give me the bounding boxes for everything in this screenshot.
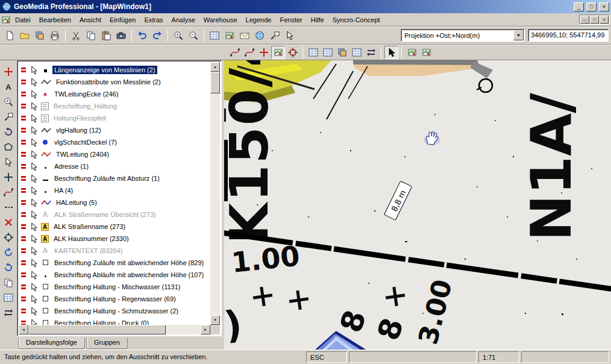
place-leader-tool-button[interactable] xyxy=(1,110,16,124)
place-measure-point-button[interactable] xyxy=(257,46,271,59)
select-button[interactable] xyxy=(384,46,398,59)
chevron-down-icon[interactable] xyxy=(513,30,524,40)
copy-button[interactable] xyxy=(84,28,98,43)
legend-item[interactable]: Beschriftung Abläufe mit abweichender Hö… xyxy=(19,269,210,281)
dash-style-tool-button[interactable] xyxy=(1,201,16,214)
scroll-up-icon[interactable] xyxy=(210,62,220,72)
menu-item-einfuegen[interactable]: Einfügen xyxy=(105,14,140,25)
rotate-ccw-tool-button[interactable] xyxy=(1,261,16,274)
attribute-table-button[interactable] xyxy=(306,46,320,59)
mdi-close-button[interactable]: × xyxy=(600,16,609,24)
window-layers-button[interactable] xyxy=(335,46,349,59)
select-feature-tool-button[interactable] xyxy=(1,155,16,169)
measure-polyline-button[interactable] xyxy=(242,46,256,59)
rotate-cw-tool-button[interactable] xyxy=(1,246,16,259)
mapwindow-system-icon[interactable] xyxy=(1,15,11,25)
snap-cross-tool-button[interactable] xyxy=(1,171,16,184)
close-button[interactable]: × xyxy=(599,2,609,11)
recenter-tool-button[interactable] xyxy=(1,231,16,244)
dimension-curve-tool-button[interactable] xyxy=(1,186,16,199)
menu-item-datei[interactable]: Datei xyxy=(11,14,35,25)
legend-item[interactable]: Beschriftung_Haltung xyxy=(19,100,210,112)
copy-map-image-button[interactable] xyxy=(114,28,128,43)
undo-button[interactable] xyxy=(135,28,149,43)
legend-item[interactable]: HA (4) xyxy=(19,184,210,196)
menu-item-syncro-concept[interactable]: Syncro-Concept xyxy=(328,14,384,25)
select-tool-button[interactable] xyxy=(283,28,297,43)
measurement-target-button[interactable] xyxy=(286,46,299,59)
scroll-down-icon[interactable] xyxy=(210,315,220,325)
swap-link-button[interactable] xyxy=(364,46,378,59)
redo-button[interactable] xyxy=(150,28,164,43)
digitize-area-tool-button[interactable] xyxy=(1,140,16,154)
legend-item[interactable]: KARTENTEXT (83264) xyxy=(19,245,210,257)
delete-feature-tool-button[interactable] xyxy=(1,216,16,229)
legend-item[interactable]: TWLeitungEcke (246) xyxy=(19,88,210,100)
mdi-minimize-button[interactable]: — xyxy=(580,16,589,24)
tab-gruppen[interactable]: Gruppen xyxy=(86,337,128,349)
legend-item[interactable]: Beschriftung Haltung - Druck (0) xyxy=(19,317,210,325)
legend-item[interactable]: ALK Straßenname (273) xyxy=(19,221,210,233)
scrollbar-thumb[interactable] xyxy=(210,72,220,93)
paste-button[interactable] xyxy=(99,28,113,43)
grid-edit-tool-button[interactable] xyxy=(1,291,16,304)
legend-item[interactable]: TWLeitung (2404) xyxy=(19,148,210,160)
legend-item[interactable]: ALK Hausnummer (2330) xyxy=(19,233,210,245)
legend-item[interactable]: Beschriftung Zuläufe mit Absturz (1) xyxy=(19,172,210,184)
minimize-button[interactable]: _ xyxy=(574,2,584,11)
new-geoworkspace-button[interactable] xyxy=(2,28,17,43)
legend-item[interactable]: HALeitung (5) xyxy=(19,196,210,209)
legend-item[interactable]: Beschriftung Haltung - Regenwasser (69) xyxy=(19,293,210,305)
overview-map-button[interactable] xyxy=(222,28,237,43)
legend-item[interactable]: HaltungFliesspfeil xyxy=(19,112,210,124)
table-window-button[interactable] xyxy=(321,46,334,59)
legend-item[interactable]: Adresse (1) xyxy=(19,160,210,172)
coordinate-system-combobox[interactable]: Projektion +Ost;+Nord(m) xyxy=(401,29,525,42)
queue-map-button[interactable] xyxy=(419,46,433,59)
measurement-map-button[interactable] xyxy=(271,46,285,59)
undo-redline-tool-button[interactable] xyxy=(1,125,16,139)
menu-item-hilfe[interactable]: Hilfe xyxy=(307,14,328,25)
legend-item[interactable]: Beschriftung Haltung - Mischwasser (1131… xyxy=(19,281,210,293)
legend-item[interactable]: Beschriftung Zuläufe mit abweichender Hö… xyxy=(19,257,210,269)
scrollbar-thumb[interactable] xyxy=(28,325,166,334)
menu-item-fenster[interactable]: Fenster xyxy=(275,14,306,25)
maximize-button[interactable]: □ xyxy=(586,2,597,11)
legend-item[interactable]: Beschriftung Haltung - Schmutzwasser (2) xyxy=(19,305,210,317)
send-mail-button[interactable] xyxy=(237,28,252,43)
tab-darstellungsfolge[interactable]: Darstellungsfolge xyxy=(18,337,85,349)
topology-map-button[interactable] xyxy=(405,46,419,59)
open-geoworkspace-button[interactable] xyxy=(17,28,32,43)
vertical-scrollbar[interactable] xyxy=(210,62,220,325)
insert-label-button[interactable] xyxy=(268,28,282,43)
app-icon[interactable] xyxy=(2,2,11,11)
zoom-in-button[interactable] xyxy=(171,28,186,43)
menu-item-legende[interactable]: Legende xyxy=(242,14,276,25)
legend-item[interactable]: vlgHaltung (12) xyxy=(19,124,210,136)
new-map-window-button[interactable] xyxy=(33,28,47,43)
legend-item[interactable]: ALK Straßenname Übersicht (273) xyxy=(19,209,210,221)
fit-all-button[interactable] xyxy=(252,28,267,43)
legend-item[interactable]: Längenanzeige von Messlinien (2) xyxy=(19,64,210,76)
menu-item-extras[interactable]: Extras xyxy=(140,14,167,25)
place-text-tool-button[interactable] xyxy=(1,80,16,93)
menu-item-ansicht[interactable]: Ansicht xyxy=(75,14,105,25)
zoom-detail-tool-button[interactable] xyxy=(1,95,16,108)
scroll-left-icon[interactable] xyxy=(19,325,28,334)
scroll-right-icon[interactable] xyxy=(201,325,210,334)
menu-item-bearbeiten[interactable]: Bearbeiten xyxy=(35,14,75,25)
print-button[interactable] xyxy=(48,28,62,43)
measure-distance-button[interactable] xyxy=(228,46,242,59)
swap-ends-tool-button[interactable] xyxy=(1,306,16,319)
zoom-out-button[interactable] xyxy=(186,28,201,43)
menu-item-analyse[interactable]: Analyse xyxy=(168,14,199,25)
table-grid-button[interactable] xyxy=(349,46,363,59)
legend-item[interactable]: Funktionsattribute von Messlinie (2) xyxy=(19,76,210,88)
horizontal-scrollbar[interactable] xyxy=(19,325,210,334)
data-window-button[interactable] xyxy=(207,28,222,43)
mdi-restore-button[interactable]: □ xyxy=(590,16,599,24)
legend-item[interactable]: vlgSchachtDeckel (7) xyxy=(19,136,210,148)
map-canvas[interactable]: K150/4 N1A/ 1.00 3.00 8 8 ) 8,8 m xyxy=(224,60,611,350)
menu-item-warehouse[interactable]: Warehouse xyxy=(199,14,242,25)
insert-point-tool-button[interactable] xyxy=(1,65,16,78)
